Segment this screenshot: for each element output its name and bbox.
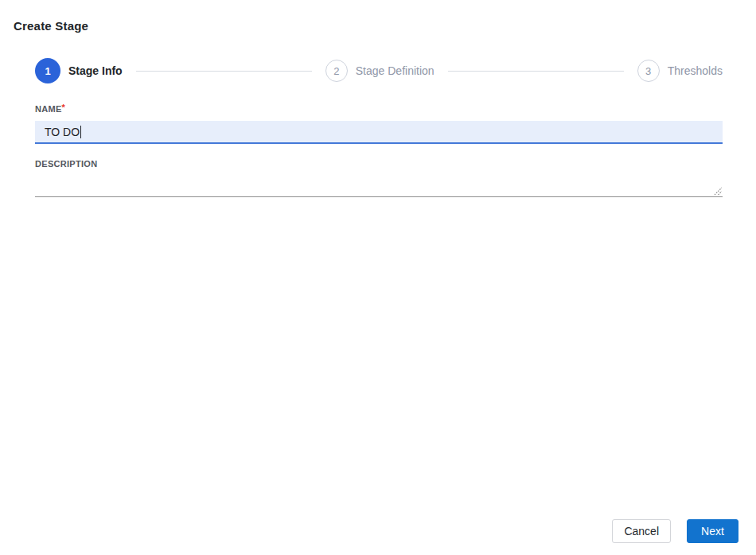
stage-info-form: NAME* TO DO DESCRIPTION	[35, 101, 723, 197]
step-3-circle[interactable]: 3	[637, 60, 660, 82]
description-field-label: DESCRIPTION	[35, 159, 723, 169]
name-input[interactable]: TO DO	[35, 121, 723, 144]
wizard-stepper: 1 Stage Info 2 Stage Definition 3 Thresh…	[35, 58, 723, 83]
name-field-label-row: NAME*	[35, 101, 723, 115]
cancel-button[interactable]: Cancel	[612, 519, 671, 543]
page-title: Create Stage	[14, 19, 756, 33]
step-connector-line	[136, 71, 312, 72]
name-input-value: TO DO	[45, 126, 80, 138]
step-2-label: Stage Definition	[356, 64, 435, 77]
step-1-label: Stage Info	[68, 64, 123, 77]
dialog-footer: Cancel Next	[612, 519, 738, 543]
text-cursor-caret	[80, 126, 81, 138]
step-1-circle[interactable]: 1	[35, 58, 60, 83]
step-2-circle[interactable]: 2	[325, 60, 348, 82]
required-asterisk: *	[62, 103, 65, 112]
step-connector-line	[448, 71, 624, 72]
next-button[interactable]: Next	[687, 519, 738, 543]
step-3-label: Thresholds	[668, 64, 723, 77]
name-field-label: NAME	[35, 104, 62, 114]
textarea-resize-handle-icon[interactable]	[714, 187, 722, 195]
description-textarea[interactable]	[35, 173, 723, 197]
